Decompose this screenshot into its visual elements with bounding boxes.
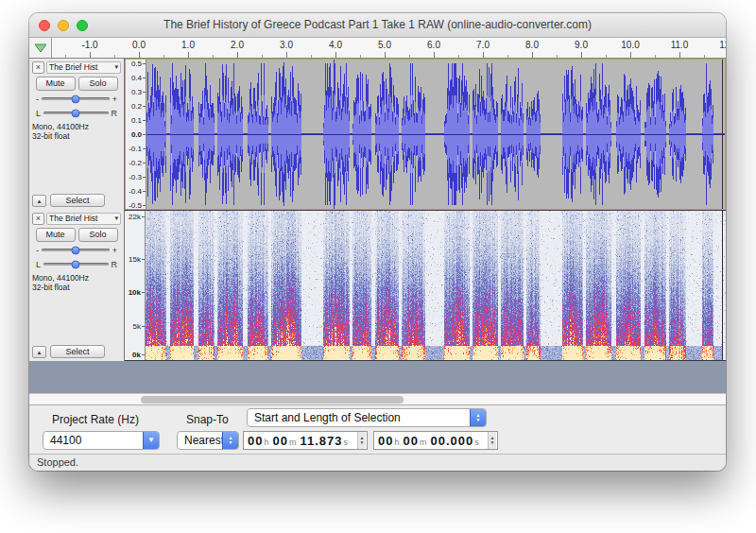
vertical-ruler-tick (143, 77, 146, 78)
timeline-tick (581, 52, 582, 58)
minimize-window-button[interactable] (58, 20, 69, 31)
snap-to-dropdown[interactable]: Nearest ▲▼ (177, 431, 239, 450)
timeline-options-button[interactable] (29, 38, 52, 58)
vertical-ruler-label: 22k (129, 213, 141, 221)
vertical-ruler-tick (143, 134, 146, 135)
pan-slider-groove[interactable] (43, 263, 108, 266)
vertical-ruler-label: -0.3 (129, 173, 142, 181)
zoom-window-button[interactable] (77, 20, 88, 31)
dropdown-stepper-icon[interactable]: ▲▼ (222, 432, 238, 449)
timeline-label: 1.0 (181, 40, 195, 50)
gain-slider-thumb[interactable] (71, 95, 79, 103)
vertical-ruler-label: 10k (129, 288, 141, 297)
timeline-tick (409, 55, 410, 58)
timeline-tick (704, 55, 705, 58)
timeline-tick (335, 52, 336, 58)
timeline-ruler[interactable]: -1.00.01.02.03.04.05.06.07.08.09.010.011… (52, 38, 726, 58)
time-spinner[interactable]: ▲▼ (488, 432, 496, 449)
pan-slider-groove[interactable] (43, 112, 108, 114)
track-select-button[interactable]: Select (50, 194, 105, 207)
spectrogram-canvas[interactable] (146, 211, 726, 360)
timeline-tick (679, 52, 680, 58)
timeline-label: -1.0 (81, 40, 97, 50)
pan-slider-thumb[interactable] (72, 109, 80, 117)
pan-slider[interactable]: L R (32, 107, 121, 119)
vertical-ruler-label: -0.1 (129, 145, 142, 153)
timeline-tick (385, 52, 386, 58)
gain-min-label: - (36, 246, 39, 255)
gain-slider-groove[interactable] (42, 249, 110, 251)
vertical-ruler-tick (143, 120, 146, 121)
timeline-tick (507, 55, 508, 58)
timeline-label: 5.0 (378, 40, 391, 50)
vertical-ruler-tick (142, 326, 145, 327)
titlebar[interactable]: The Brief History of Greece Podcast Part… (29, 13, 726, 38)
pan-left-label: L (36, 109, 41, 118)
vertical-ruler-label: 0.2 (131, 102, 142, 111)
vertical-ruler-label: -0.2 (129, 159, 142, 167)
mute-button[interactable]: Mute (36, 228, 76, 242)
timeline-tick (311, 55, 312, 58)
timeline-label: 10.0 (621, 40, 639, 50)
timeline-label: 2.0 (231, 40, 244, 50)
mute-button[interactable]: Mute (36, 77, 76, 91)
gain-slider-thumb[interactable] (71, 246, 79, 254)
project-rate-combobox[interactable]: 44100 ▼ (43, 431, 160, 450)
track-select-button[interactable]: Select (50, 345, 105, 358)
track-close-button[interactable]: × (32, 213, 44, 225)
track-name-menu[interactable]: The Brief Hist ▾ (46, 61, 121, 74)
vertical-ruler-label: 0.3 (131, 88, 142, 96)
pan-left-label: L (36, 260, 41, 269)
vertical-ruler-tick (143, 106, 146, 107)
gain-max-label: + (112, 95, 117, 104)
timeline-label: 6.0 (427, 40, 440, 50)
track-close-button[interactable]: × (32, 61, 44, 74)
timeline-tick (557, 55, 558, 58)
selection-start-field[interactable]: 00 h 00 m 11.873 s ▲▼ (243, 431, 368, 450)
track-collapse-button[interactable]: ▲ (32, 346, 46, 358)
gain-max-label: + (112, 246, 117, 255)
timeline-tick (90, 52, 91, 58)
project-rate-label: Project Rate (Hz) (52, 413, 139, 426)
waveform-track-content: 0.50.40.30.20.10.0-0.1-0.2-0.3-0.4-0.5 (125, 59, 726, 210)
pan-slider-thumb[interactable] (72, 260, 80, 268)
track-name-menu[interactable]: The Brief Hist ▾ (46, 213, 121, 225)
vertical-ruler-tick (143, 177, 146, 178)
selection-length-field[interactable]: 00 h 00 m 00.000 s ▲▼ (373, 431, 498, 450)
timeline-label: 0.0 (132, 40, 146, 50)
selection-mode-dropdown[interactable]: Start and Length of Selection ▲▼ (247, 408, 487, 427)
gain-slider-groove[interactable] (42, 97, 110, 100)
vertical-ruler-label: 0.5 (131, 60, 142, 68)
timeline-label: 12.0 (719, 40, 726, 50)
status-text: Stopped. (37, 456, 78, 468)
track-format-info: Mono, 44100Hz 32-bit float (32, 122, 121, 141)
timeline-tick (360, 55, 361, 58)
track-collapse-button[interactable]: ▲ (32, 195, 46, 207)
horizontal-scrollbar-thumb[interactable] (141, 396, 404, 404)
time-spinner[interactable]: ▲▼ (357, 432, 366, 449)
vertical-ruler-tick (143, 163, 146, 163)
window-title: The Brief History of Greece Podcast Part… (29, 13, 726, 37)
vertical-ruler-frequency[interactable]: 22k15k10k5k0k (125, 211, 146, 360)
dropdown-stepper-icon[interactable]: ▲▼ (470, 409, 486, 426)
gain-slider[interactable]: - + (32, 93, 121, 105)
solo-button[interactable]: Solo (78, 228, 118, 242)
horizontal-scrollbar[interactable] (29, 393, 726, 404)
timeline-tick (188, 52, 189, 58)
solo-button[interactable]: Solo (78, 77, 118, 91)
pan-slider[interactable]: L R (32, 258, 121, 270)
timeline: -1.00.01.02.03.04.05.06.07.08.09.010.011… (29, 38, 726, 59)
gain-slider[interactable]: - + (32, 244, 121, 256)
status-bar: Stopped. (29, 454, 726, 471)
waveform-canvas[interactable] (146, 60, 725, 209)
timeline-tick (483, 52, 484, 58)
track-row-spectrogram: × The Brief Hist ▾ Mute Solo - + L (29, 210, 726, 361)
vertical-ruler-amplitude[interactable]: 0.50.40.30.20.10.0-0.1-0.2-0.3-0.4-0.5 (126, 60, 146, 209)
dropdown-arrow-icon[interactable]: ▼ (143, 432, 159, 449)
close-window-button[interactable] (39, 20, 50, 31)
timeline-label: 8.0 (525, 40, 539, 50)
timeline-tick (262, 55, 263, 58)
timeline-tick (630, 52, 631, 58)
vertical-ruler-tick (142, 216, 145, 217)
pan-right-label: R (112, 109, 118, 118)
